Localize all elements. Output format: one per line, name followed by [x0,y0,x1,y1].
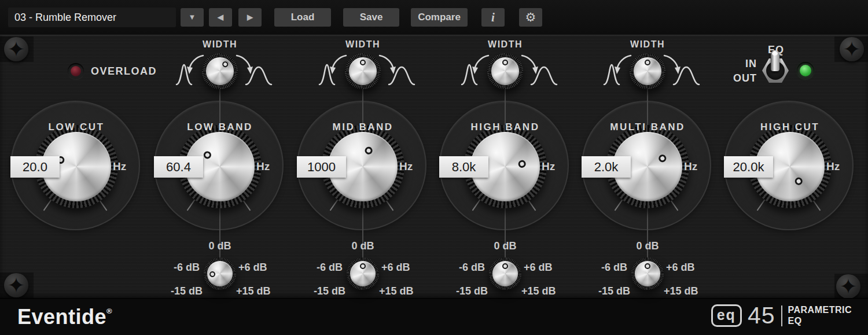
gain-scale-plus15: +15 dB [521,285,575,297]
knob-position-dot [518,159,527,168]
cw-arrow-icon [237,56,251,69]
gear-icon: ⚙ [525,10,536,24]
frequency-value[interactable]: 20.0 [10,156,60,178]
gain-scale-minus15: -15 dB [292,285,345,297]
band-low-cut: LOW CUT 20.0 Hz [5,35,148,298]
cw-arrowhead-icon [532,67,538,74]
band-high-cut: HIGH CUT 20.0k Hz [719,35,861,298]
info-button[interactable]: i [481,8,505,27]
band-label: HIGH BAND [434,122,576,133]
arrow-left-icon: ◀ [218,13,223,21]
gain-scale-plus6: +6 dB [666,262,717,274]
eq45-logo: eq 45 PARAMETRICEQ [711,304,852,327]
registered-mark: ® [106,307,112,315]
frequency-value[interactable]: 60.4 [154,156,203,178]
width-knob[interactable] [630,53,665,89]
knob-position-dot [202,150,212,160]
ccw-arrowhead-icon [187,67,193,74]
arrow-right-icon: ▶ [247,13,253,21]
width-label: WIDTH [434,39,576,50]
cw-arrow-icon [380,56,393,69]
knob-position-dot [657,153,668,163]
product-name: PARAMETRICEQ [788,305,852,326]
knob-position-dot [794,176,804,186]
ccw-arrow-icon [475,56,488,69]
gain-scale-plus15: +15 dB [664,285,718,297]
unit-label: Hz [826,160,840,173]
band-label: LOW CUT [5,122,148,133]
frequency-value[interactable]: 1000 [297,156,346,178]
logo-divider [781,305,782,326]
cw-arrowhead-icon [675,67,681,74]
gain-scale-plus6: +6 dB [381,262,432,274]
footer-bar: Eventide® eq 45 PARAMETRICEQ [0,298,868,335]
unit-label: Hz [684,160,697,173]
eq-logo-number: 45 [748,304,775,327]
info-icon: i [491,10,495,24]
eq-logo-badge: eq [711,304,742,327]
unit-label: Hz [399,160,413,173]
next-preset-button[interactable]: ▶ [238,8,262,27]
ccw-arrowhead-icon [472,67,478,74]
toolbar: 03 - Rumble Remover ▼ ◀ ▶ Load Save Comp… [0,0,868,35]
ccw-arrow-icon [332,56,346,69]
gain-scale-minus15: -15 dB [576,285,630,297]
width-knob[interactable] [202,53,238,89]
gain-scale-0db: 0 dB [434,240,576,252]
gain-knob[interactable] [489,257,521,290]
gain-scale-minus6: -6 dB [149,262,200,274]
ccw-arrow-icon [189,56,203,69]
band-label: MULTI BAND [576,122,719,133]
eq45-plugin-window: 03 - Rumble Remover ▼ ◀ ▶ Load Save Comp… [0,0,868,335]
gain-scale-plus6: +6 dB [238,262,289,274]
gain-scale-minus15: -15 dB [434,285,488,297]
knob-position-dot [645,60,650,65]
ccw-arrowhead-icon [330,67,336,74]
preset-name-display[interactable]: 03 - Rumble Remover [8,8,176,27]
knob-position-dot [209,271,216,278]
knob-position-dot [502,263,508,269]
gain-knob[interactable] [347,257,379,290]
unit-label: Hz [542,160,555,173]
band-multi-band: WIDTH MULTI BAND 2.0k Hz 0 dB -6 dB +6 d… [576,35,719,298]
width-knob[interactable] [487,53,523,89]
gain-scale-minus6: -6 dB [292,262,343,274]
knob-position-dot [363,146,373,156]
gain-scale-plus15: +15 dB [236,285,290,297]
compare-button[interactable]: Compare [411,8,468,27]
frequency-value[interactable]: 20.0k [724,156,773,178]
gain-knob[interactable] [631,257,664,290]
previous-preset-button[interactable]: ◀ [209,8,232,27]
unit-label: Hz [256,160,270,173]
width-label: WIDTH [149,39,291,50]
band-label: LOW BAND [149,122,291,133]
gain-scale-minus6: -6 dB [576,262,627,274]
width-label: WIDTH [576,39,719,50]
cw-arrow-icon [522,56,536,69]
cw-arrowhead-icon [390,67,396,74]
width-knob[interactable] [345,53,381,89]
band-label: HIGH CUT [719,122,861,133]
gain-scale-0db: 0 dB [576,240,719,252]
gain-scale-plus15: +15 dB [379,285,433,297]
settings-button[interactable]: ⚙ [519,8,542,27]
cw-arrow-icon [664,56,678,69]
frequency-value[interactable]: 2.0k [582,156,631,178]
band-label: MID BAND [292,122,434,133]
gain-scale-0db: 0 dB [292,240,434,252]
ccw-arrowhead-icon [615,67,620,74]
frequency-value[interactable]: 8.0k [439,156,488,178]
knob-position-dot [502,60,508,65]
preset-dropdown-button[interactable]: ▼ [181,8,204,27]
save-button[interactable]: Save [343,8,399,27]
load-button[interactable]: Load [274,8,331,27]
knob-position-dot [645,263,650,269]
knob-position-dot [360,60,366,65]
band-low-band: WIDTH LOW BAND 60.4 Hz 0 dB -6 dB +6 dB [149,35,291,298]
chevron-down-icon: ▼ [189,13,196,21]
gain-scale-plus6: +6 dB [524,262,575,274]
gain-knob[interactable] [204,257,236,290]
band-mid-band: WIDTH MID BAND 1000 Hz 0 dB -6 dB +6 dB [292,35,434,298]
gain-scale-minus15: -15 dB [149,285,203,297]
cw-arrowhead-icon [247,67,253,74]
